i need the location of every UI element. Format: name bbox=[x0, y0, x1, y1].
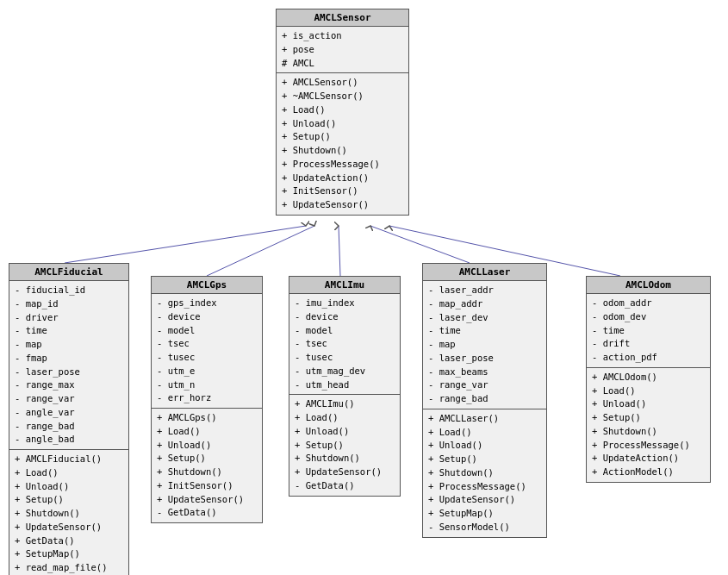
class-amclimu: AMCLImu - imu_index - device - model - t… bbox=[289, 276, 401, 497]
class-amclodom: AMCLOdom - odom_addr - odom_dev - time -… bbox=[586, 276, 711, 483]
diagram-container: AMCLSensor + is_action + pose # AMCL + A… bbox=[0, 0, 728, 575]
amcllaser-methods: + AMCLLaser() + Load() + Unload() + Setu… bbox=[423, 409, 546, 537]
amclfiducial-attributes: - fiducial_id - map_id - driver - time -… bbox=[9, 281, 128, 450]
amclgps-attributes: - gps_index - device - model - tsec - tu… bbox=[152, 294, 262, 409]
amclfiducial-methods: + AMCLFiducial() + Load() + Unload() + S… bbox=[9, 450, 128, 575]
amclfiducial-title: AMCLFiducial bbox=[9, 264, 128, 281]
amclimu-attributes: - imu_index - device - model - tsec - tu… bbox=[289, 294, 400, 395]
amcllaser-attributes: - laser_addr - map_addr - laser_dev - ti… bbox=[423, 281, 546, 409]
class-amcllaser: AMCLLaser - laser_addr - map_addr - lase… bbox=[422, 263, 547, 538]
svg-line-1 bbox=[207, 226, 314, 276]
amcllaser-title: AMCLLaser bbox=[423, 264, 546, 281]
class-amclfiducial: AMCLFiducial - fiducial_id - map_id - dr… bbox=[9, 263, 129, 575]
svg-line-0 bbox=[65, 226, 306, 263]
class-amclsensor: AMCLSensor + is_action + pose # AMCL + A… bbox=[276, 9, 409, 216]
svg-line-3 bbox=[370, 226, 470, 263]
amclimu-title: AMCLImu bbox=[289, 277, 400, 294]
class-amclgps: AMCLGps - gps_index - device - model - t… bbox=[151, 276, 263, 523]
amclodom-title: AMCLOdom bbox=[587, 277, 710, 294]
amclimu-methods: + AMCLImu() + Load() + Unload() + Setup(… bbox=[289, 395, 400, 495]
amclodom-attributes: - odom_addr - odom_dev - time - drift - … bbox=[587, 294, 710, 368]
amclgps-title: AMCLGps bbox=[152, 277, 262, 294]
amclgps-methods: + AMCLGps() + Load() + Unload() + Setup(… bbox=[152, 409, 262, 522]
svg-line-2 bbox=[339, 226, 340, 276]
amclsensor-methods: + AMCLSensor() + ~AMCLSensor() + Load() … bbox=[277, 73, 408, 215]
amclodom-methods: + AMCLOdom() + Load() + Unload() + Setup… bbox=[587, 368, 710, 482]
amclsensor-attributes: + is_action + pose # AMCL bbox=[277, 27, 408, 73]
amclsensor-title: AMCLSensor bbox=[277, 9, 408, 27]
